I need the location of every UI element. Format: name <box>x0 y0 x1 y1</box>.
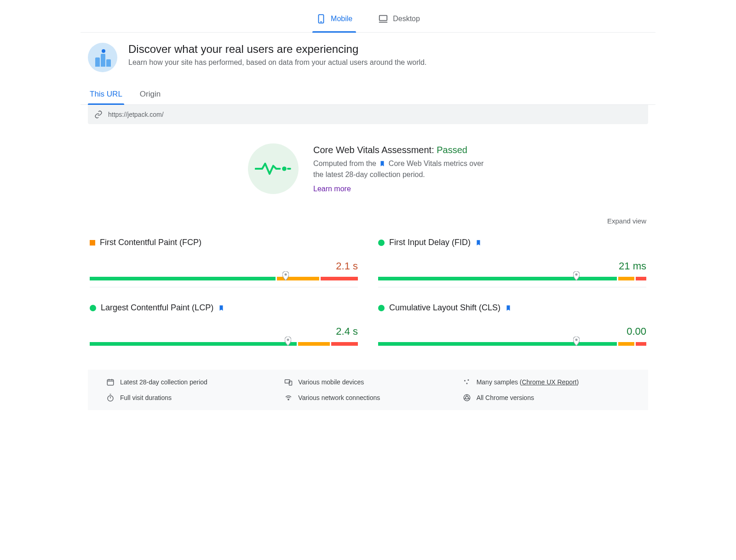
svg-point-8 <box>287 339 289 341</box>
footer-durations: Full visit durations <box>106 394 273 402</box>
svg-line-26 <box>464 398 466 399</box>
metric-fid-gauge <box>378 277 646 280</box>
scope-tabs: This URL Origin <box>80 80 656 105</box>
svg-point-22 <box>288 399 289 400</box>
chrome-icon <box>463 394 471 402</box>
bookmark-icon <box>218 305 224 311</box>
status-square-icon <box>90 240 95 246</box>
metrics-grid: First Contentful Paint (FCP) 2.1 s First… <box>80 234 656 363</box>
assessment-title: Core Web Vitals Assessment: Passed <box>313 145 488 155</box>
metric-cls: Cumulative Layout Shift (CLS) 0.00 <box>378 303 646 352</box>
footer-samples: Many samples (Chrome UX Report) <box>463 378 630 386</box>
svg-point-17 <box>467 379 469 381</box>
metric-fid: First Input Delay (FID) 21 ms <box>378 238 646 287</box>
hero-title: Discover what your real users are experi… <box>128 43 426 56</box>
metric-cls-label: Cumulative Layout Shift (CLS) <box>389 303 500 313</box>
metric-lcp: Largest Contentful Paint (LCP) 2.4 s <box>90 303 358 352</box>
footer-info: Latest 28-day collection period Various … <box>88 370 648 410</box>
footer-period: Latest 28-day collection period <box>106 378 273 386</box>
footer-devices: Various mobile devices <box>284 378 451 386</box>
tab-mobile[interactable]: Mobile <box>312 9 356 32</box>
assessment-status: Passed <box>437 145 467 155</box>
desktop-icon <box>378 14 388 24</box>
chrome-ux-report-link[interactable]: Chrome UX Report <box>522 378 576 386</box>
svg-rect-10 <box>107 380 114 385</box>
wifi-icon <box>284 394 293 402</box>
footer-network: Various network connections <box>284 394 451 402</box>
bookmark-icon <box>475 240 482 246</box>
tab-mobile-label: Mobile <box>331 15 352 23</box>
expand-view-button[interactable]: Expand view <box>80 203 656 234</box>
url-text: https://jetpack.com/ <box>108 111 164 118</box>
learn-more-link[interactable]: Learn more <box>313 185 351 193</box>
tab-origin[interactable]: Origin <box>138 84 162 104</box>
footer-versions: All Chrome versions <box>463 394 630 402</box>
metric-fcp-value: 2.1 s <box>336 260 358 272</box>
svg-line-27 <box>468 398 470 399</box>
svg-point-18 <box>466 383 467 384</box>
metric-cls-gauge <box>378 342 646 346</box>
svg-point-6 <box>284 274 287 276</box>
bookmark-icon <box>379 160 385 167</box>
status-circle-icon <box>378 240 385 246</box>
svg-point-7 <box>575 274 578 276</box>
stopwatch-icon <box>106 394 115 402</box>
svg-point-16 <box>464 380 466 382</box>
svg-point-9 <box>575 339 578 341</box>
hero-users-icon <box>88 43 117 72</box>
status-circle-icon <box>90 305 96 311</box>
mobile-icon <box>316 14 326 24</box>
metric-lcp-label: Largest Contentful Paint (LCP) <box>101 303 213 313</box>
tab-desktop-label: Desktop <box>393 15 420 23</box>
hero-section: Discover what your real users are experi… <box>80 33 656 80</box>
hero-subtitle: Learn how your site has performed, based… <box>128 58 426 67</box>
bookmark-icon <box>505 305 512 311</box>
svg-rect-2 <box>380 16 387 21</box>
metric-fcp-label: First Contentful Paint (FCP) <box>100 238 201 247</box>
metric-fcp-gauge <box>90 277 358 280</box>
status-circle-icon <box>378 305 385 311</box>
assessment-section: Core Web Vitals Assessment: Passed Compu… <box>80 124 656 203</box>
pulse-icon <box>248 143 299 194</box>
metric-fid-value: 21 ms <box>619 260 646 272</box>
metric-lcp-value: 2.4 s <box>336 326 358 337</box>
devices-icon <box>284 378 293 386</box>
url-bar: https://jetpack.com/ <box>88 105 648 124</box>
link-icon <box>94 110 103 119</box>
device-tabs: Mobile Desktop <box>80 0 656 33</box>
calendar-icon <box>106 378 115 386</box>
metric-lcp-gauge <box>90 342 358 346</box>
scatter-icon <box>463 378 471 386</box>
svg-point-4 <box>282 166 287 171</box>
metric-cls-value: 0.00 <box>627 326 646 337</box>
metric-fcp: First Contentful Paint (FCP) 2.1 s <box>90 238 358 287</box>
metric-fid-label: First Input Delay (FID) <box>389 238 471 247</box>
assessment-description: Computed from the Core Web Vitals metric… <box>313 158 488 180</box>
svg-point-24 <box>466 396 468 399</box>
tab-this-url[interactable]: This URL <box>88 84 124 104</box>
tab-desktop[interactable]: Desktop <box>374 9 424 32</box>
